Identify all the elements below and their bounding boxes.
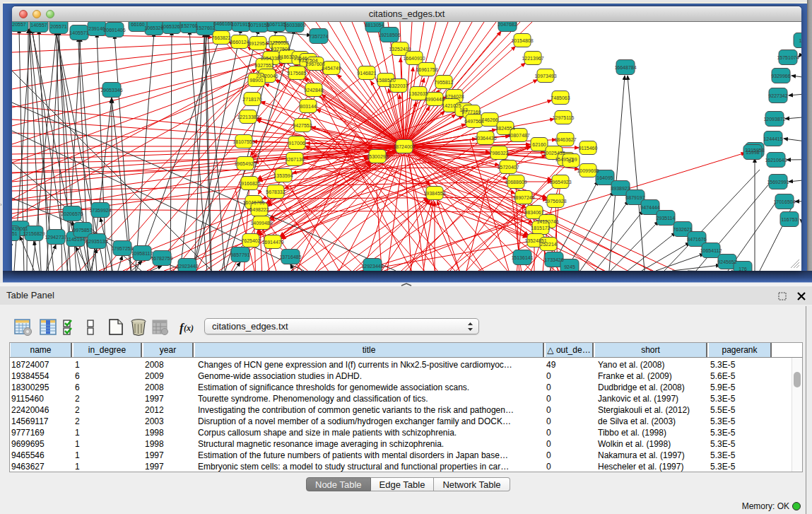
svg-text:18107553: 18107553: [233, 139, 254, 144]
svg-text:9242848: 9242848: [304, 88, 323, 93]
svg-text:20206576: 20206576: [61, 211, 83, 216]
svg-text:15692991: 15692991: [767, 180, 789, 185]
svg-text:7663822: 7663822: [211, 35, 230, 40]
svg-text:19218506: 19218506: [378, 33, 400, 37]
svg-text:9427552: 9427552: [293, 123, 312, 128]
svg-text:19166825: 19166825: [238, 181, 260, 186]
svg-text:18463627: 18463627: [554, 137, 576, 142]
svg-text:3175685: 3175685: [287, 71, 306, 76]
svg-text:1405571: 1405571: [69, 30, 88, 35]
svg-text:12923448: 12923448: [176, 264, 198, 269]
svg-text:8938923: 8938923: [611, 186, 630, 191]
svg-text:7632621: 7632621: [673, 227, 692, 232]
svg-text:19654923: 19654923: [549, 180, 571, 185]
svg-text:12213967: 12213967: [522, 56, 543, 61]
svg-text:803144: 803144: [300, 104, 316, 109]
svg-text:8912954: 8912954: [248, 41, 267, 46]
svg-text:66160: 66160: [131, 22, 145, 27]
svg-text:15720407: 15720407: [497, 165, 519, 170]
svg-text:9857791: 9857791: [230, 252, 249, 257]
svg-text:176: 176: [739, 267, 747, 271]
svg-text:19756928: 19756928: [544, 199, 566, 204]
svg-text:1353594: 1353594: [273, 173, 293, 178]
svg-text:9115460: 9115460: [579, 146, 598, 151]
svg-text:10973493: 10973493: [534, 74, 556, 78]
svg-text:3824554: 3824554: [495, 126, 514, 131]
svg-text:1815172: 1815172: [531, 226, 550, 230]
svg-text:3267130: 3267130: [285, 157, 304, 162]
svg-text:13226058: 13226058: [266, 40, 288, 45]
svg-text:39151: 39151: [12, 231, 18, 236]
svg-text:13716485: 13716485: [279, 255, 301, 259]
svg-text:17957253: 17957253: [111, 246, 133, 251]
svg-text:10154808: 10154808: [511, 38, 533, 43]
svg-text:6466160: 6466160: [213, 22, 233, 26]
svg-text:16648784: 16648784: [614, 65, 636, 70]
svg-text:10958117: 10958117: [131, 251, 153, 256]
svg-text:9146821: 9146821: [357, 71, 376, 76]
svg-text:7357274: 7357274: [309, 34, 328, 39]
svg-text:9329966: 9329966: [771, 74, 790, 78]
svg-text:9227342: 9227342: [768, 93, 787, 98]
svg-text:15300293: 15300293: [366, 154, 388, 159]
svg-text:5678332: 5678332: [266, 189, 285, 194]
svg-text:9245652: 9245652: [717, 259, 736, 264]
svg-text:9777169: 9777169: [461, 110, 481, 115]
svg-text:1733426: 1733426: [544, 257, 563, 262]
svg-text:16961758: 16961758: [416, 67, 437, 72]
svg-text:16046766: 16046766: [242, 200, 264, 205]
svg-text:1244415: 1244415: [763, 136, 782, 141]
svg-text:112: 112: [799, 38, 801, 43]
svg-text:20557: 20557: [12, 22, 26, 27]
svg-text:205571: 205571: [50, 24, 66, 29]
svg-text:17359924: 17359924: [89, 208, 111, 213]
svg-text:439061: 439061: [12, 226, 28, 231]
svg-text:116753: 116753: [782, 217, 798, 222]
svg-text:164095: 164095: [596, 175, 613, 180]
svg-text:16210643: 16210643: [765, 158, 787, 163]
svg-text:20364436: 20364436: [474, 136, 496, 141]
svg-text:14099489: 14099489: [250, 221, 272, 226]
svg-text:12935135: 12935135: [86, 239, 107, 244]
svg-text:8813054: 8813054: [365, 23, 384, 28]
svg-text:2047682: 2047682: [498, 22, 517, 27]
svg-text:9245: 9245: [564, 264, 575, 269]
svg-text:15751074: 15751074: [777, 55, 799, 60]
svg-text:9975857: 9975857: [73, 228, 92, 233]
svg-text:2718170: 2718170: [242, 97, 261, 102]
svg-text:9794028: 9794028: [445, 94, 464, 99]
svg-text:15495759: 15495759: [555, 157, 577, 162]
svg-text:16914479: 16914479: [261, 240, 283, 245]
svg-text:10654112: 10654112: [700, 248, 722, 253]
svg-text:84: 84: [568, 158, 574, 163]
svg-text:1362635: 1362635: [408, 91, 428, 96]
svg-text:10025438: 10025438: [543, 151, 565, 156]
svg-text:18907249: 18907249: [512, 195, 534, 200]
svg-text:7485063: 7485063: [551, 95, 570, 100]
svg-text:8990448: 8990448: [425, 97, 444, 102]
svg-text:14120746: 14120746: [536, 219, 558, 224]
svg-text:19384554: 19384554: [423, 191, 445, 196]
svg-text:1527602: 1527602: [196, 25, 215, 30]
svg-text:746266: 746266: [481, 117, 498, 122]
svg-text:9474444: 9474444: [640, 205, 659, 210]
svg-text:2935114: 2935114: [657, 216, 676, 221]
svg-text:1588520: 1588520: [376, 78, 395, 83]
svg-text:98901: 98901: [249, 78, 264, 83]
svg-text:5498222: 5498222: [249, 207, 269, 212]
svg-text:917006: 917006: [288, 141, 305, 146]
svg-text:1421025: 1421025: [442, 103, 461, 108]
svg-text:1145194: 1145194: [66, 237, 86, 242]
svg-text:10807487: 10807487: [507, 133, 529, 138]
svg-text:15998: 15998: [746, 150, 760, 155]
svg-text:10688609: 10688609: [505, 180, 526, 185]
svg-text:12942737: 12942737: [45, 235, 66, 240]
svg-text:20691406: 20691406: [103, 28, 125, 33]
svg-text:13252419: 13252419: [389, 47, 411, 52]
svg-text:9327509: 9327509: [271, 47, 290, 52]
svg-text:62160: 62160: [532, 142, 546, 147]
svg-text:9327552: 9327552: [254, 63, 273, 68]
svg-text:6879197: 6879197: [625, 195, 645, 200]
svg-text:239146: 239146: [88, 26, 105, 31]
svg-text:7955812: 7955812: [434, 80, 453, 85]
